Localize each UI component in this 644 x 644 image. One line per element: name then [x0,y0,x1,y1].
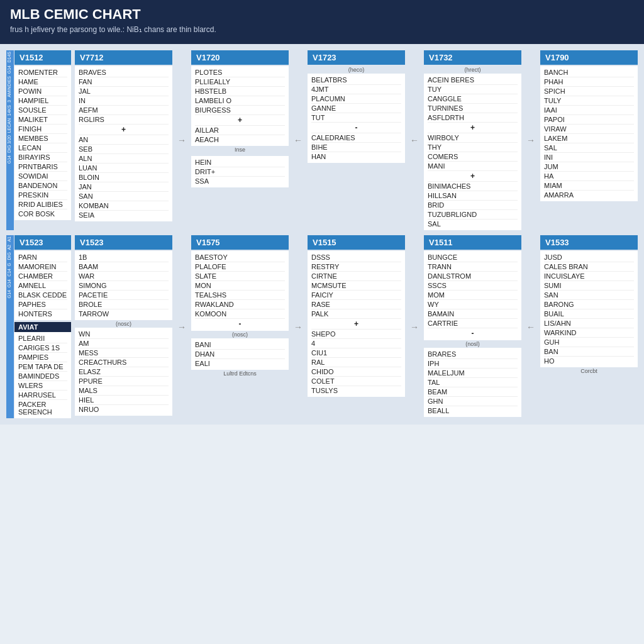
app-container: MLB CEMIC CHART frus h jefivery the pars… [0,0,644,425]
col-list-v1723: BELATBRS 4JMT PLACUMN GANNE TUT - CALEDR… [308,74,405,163]
list-item: MANI [428,162,518,171]
col-list-v1575-top: BAESTOY PLALOFE SLATE MON TEALSHS RWAKLA… [191,251,289,331]
list-item: PRNTBARIS [18,162,67,172]
col-list-v1523b-sub: WN AM MESS CREACTHURS ELASZ PPURE MALS H… [75,328,172,416]
list-item: CALES BRAN [544,262,634,272]
list-item: LECAN [18,143,67,153]
col-list-v1511-sub: BRARES IPH MALELJUM TAL BEAM GHN BEALL [424,348,521,417]
list-item: POWIN [18,87,67,96]
list-item: SAN [79,192,169,201]
note-nosc-1: (nosc) [75,320,172,328]
list-item: PAPHES [18,300,67,309]
side-label-dig320: DIG 3/20 [6,134,14,154]
column-v1533: V1533 JUSD CALES BRAN INCUISLAYE SUMI SA… [540,235,638,418]
list-item: GUH [544,338,634,347]
list-item: AEFM [79,106,169,115]
list-item: BANI [195,340,285,350]
list-item: HO [544,357,634,365]
side-label-b2: A2 [6,243,14,252]
divider-plus-3: + [428,123,518,133]
list-item: BIRAYIRS [18,153,67,162]
col-header-v1515: V1515 [308,235,405,250]
col-header-v1732: V1732 [424,50,521,65]
bottom-section: A1 A2 DIG G C14 G14 G14 V1523 PARN MAMOR… [6,235,638,418]
col-header-v1523: V1523 [14,235,71,250]
arrow-6: → [292,235,304,418]
list-item: CIU1 [311,348,401,358]
side-label-b7: G14 [6,289,14,299]
list-item: RWAKLAND [195,300,285,309]
main-content: D14S G14 AMINDIES 3 14KS LECAN DIG 3/20 … [0,44,644,425]
list-item: COLET [311,377,401,386]
list-item: BRAVES [79,68,169,77]
divider-plus-2: + [195,115,285,126]
col-header-v1523b: V1523 [75,235,172,250]
list-item: PHAH [544,77,634,87]
side-strip-2: A1 A2 DIG G C14 G14 G14 [6,235,14,418]
list-item: BAAM [79,262,169,272]
list-item: VIRAW [544,125,634,134]
column-v1720: V1720 PLOTES PLLIEALLY HBSTELB LAMBELI O… [191,50,289,230]
list-item: RESTRY [311,262,401,272]
list-item: RAL [311,358,401,367]
list-item: HAN [311,152,401,161]
list-item: SLATE [195,272,285,281]
side-label-14ks: 14KS [6,104,14,117]
list-item: JAL [79,87,169,96]
list-item: HAME [18,77,67,87]
list-item: TURNINES [428,104,518,113]
list-item: CANGGLE [428,94,518,104]
side-label-b4: G [6,262,14,267]
side-label-g14-2: G14 [6,154,14,165]
page-title: MLB CEMIC CHART [10,6,634,23]
col-list-v1720: PLOTES PLLIEALLY HBSTELB LAMBELI O BIURG… [191,66,289,146]
side-label-g14-1: G14 [6,64,14,75]
list-item: CARIGES 1S [18,343,67,353]
divider-plus-4: + [428,171,518,182]
list-item: BRID [428,201,518,210]
list-item: BANCH [544,68,634,77]
column-v1732: V1732 (hrect) ACEIN BERES TUY CANGGLE TU… [424,50,521,230]
col-list-v1732: ACEIN BERES TUY CANGGLE TURNINES ASFLDRT… [424,74,521,230]
aviat-label: AVIAT [14,322,71,332]
list-item: BIHE [311,143,401,152]
column-v1511: V1511 BUNGCE TRANN DANLSTROM SSCS MOM WY… [424,235,521,418]
list-item: MALELJUM [428,369,518,378]
note-heco: (heco) [308,66,405,74]
note-nosc-2: (nosc) [191,331,289,338]
column-v7712: V7712 BRAVES FAN JAL IN AEFM RGLIRS + AN… [75,50,172,230]
list-item: BAN [544,347,634,357]
col-header-v1575: V1575 [191,235,289,250]
side-label-b3: DIG [6,251,14,261]
list-item: HONTERS [18,309,67,318]
list-item: SEB [79,145,169,154]
arrow-1: → [176,50,187,230]
list-item: PEM TAPA DE [18,362,67,372]
list-item: KOMOON [195,309,285,319]
col-list-v1512: ROMENTER HAME POWIN HAMPIEL SOUSLE MALIK… [14,66,71,220]
list-item: ELASZ [79,367,169,377]
list-item: TUZUBRLIGND [428,210,518,219]
col-header-v7712: V7712 [75,50,172,65]
list-item: SAL [428,219,518,228]
list-item: RRID ALIBIES [18,200,67,209]
list-item: SPICH [544,87,634,96]
header: MLB CEMIC CHART frus h jefivery the pars… [0,0,644,44]
list-item: BAESTOY [195,253,285,262]
note-inse: Inse [191,146,289,153]
list-item: PAPOI [544,115,634,125]
list-item: BAMAIN [428,309,518,319]
list-item: NRUO [79,405,169,414]
list-item: WIRBOLY [428,133,518,143]
list-item: DHAN [195,350,285,359]
list-item: DANLSTROM [428,272,518,281]
list-item: MCMSUTE [311,281,401,291]
list-item: PALK [311,309,401,319]
list-item: CIRTNE [311,272,401,281]
list-item: WAR [79,272,169,281]
divider-minus-2: - [195,319,285,329]
list-item: ROMENTER [18,68,67,77]
arrow-3: ← [409,50,420,230]
list-item: PLALOFE [195,262,285,272]
col-header-v1790: V1790 [540,50,638,65]
